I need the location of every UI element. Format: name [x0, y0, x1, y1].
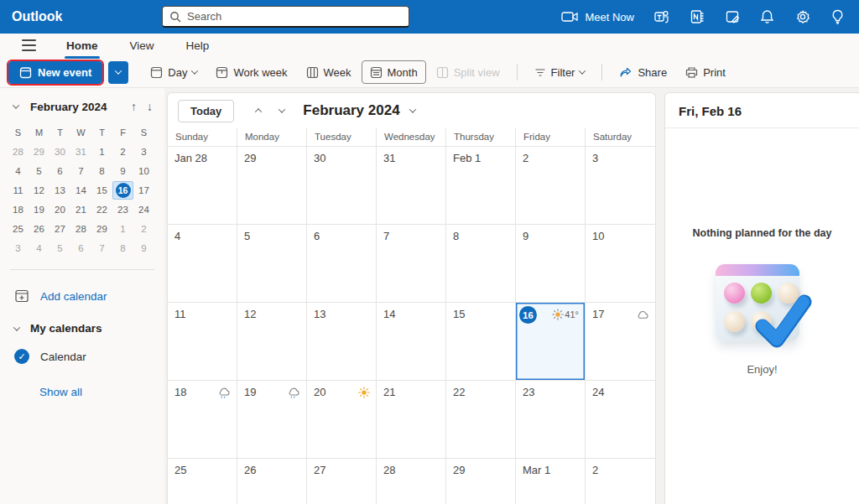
calendar-cell[interactable]: 6 [307, 225, 377, 303]
mini-calendar-day[interactable]: 3 [133, 143, 154, 161]
app-logo[interactable]: Outlook [0, 9, 155, 24]
mini-calendar-day[interactable]: 25 [8, 220, 29, 238]
calendar-cell[interactable]: 20 [307, 381, 377, 459]
calendar-cell[interactable]: 26 [237, 459, 307, 504]
mini-calendar-day[interactable]: 1 [91, 143, 112, 161]
add-calendar-button[interactable]: Add calendar [0, 288, 164, 304]
mini-calendar-day[interactable]: 11 [8, 181, 29, 200]
teams-icon[interactable] [653, 9, 669, 25]
hamburger-menu-icon[interactable] [22, 39, 36, 50]
mini-calendar-day[interactable]: 19 [29, 200, 49, 219]
calendar-cell[interactable]: 2 [516, 147, 586, 225]
next-month-icon[interactable] [279, 106, 285, 112]
mini-calendar-day[interactable]: 6 [49, 162, 70, 180]
mini-calendar-day[interactable]: 6 [70, 239, 91, 257]
mini-calendar-day[interactable]: 7 [91, 239, 112, 257]
calendar-cell[interactable]: 2 [586, 459, 655, 504]
mini-calendar-day[interactable]: 12 [29, 181, 49, 200]
mini-calendar-day[interactable]: 8 [91, 162, 112, 180]
bell-icon[interactable] [759, 9, 775, 25]
mini-calendar-day[interactable]: 8 [112, 239, 133, 257]
my-calendars-group[interactable]: My calendars [0, 322, 164, 335]
mini-calendar-day[interactable]: 2 [133, 220, 154, 238]
today-button[interactable]: Today [178, 100, 234, 122]
mini-calendar-day[interactable]: 24 [133, 200, 154, 219]
mini-calendar-day[interactable]: 9 [112, 162, 133, 180]
mini-calendar-day[interactable]: 2 [112, 143, 133, 161]
mini-calendar-day[interactable]: 22 [91, 200, 112, 219]
calendar-cell[interactable]: 24 [586, 381, 655, 459]
calendar-cell[interactable]: 8 [446, 225, 516, 303]
calendar-cell[interactable]: 9 [516, 225, 586, 303]
mini-calendar-day[interactable]: 28 [70, 220, 91, 238]
meet-now-button[interactable]: Meet Now [561, 11, 634, 23]
calendar-cell[interactable]: 30 [307, 147, 377, 225]
mini-calendar-day[interactable]: 5 [29, 162, 49, 180]
mini-calendar-day[interactable]: 29 [91, 220, 112, 238]
calendar-cell[interactable]: 25 [168, 459, 237, 504]
calendar-cell[interactable]: 10 [586, 225, 655, 303]
tab-view[interactable]: View [128, 38, 156, 54]
mini-calendar-prev-icon[interactable]: ↑ [131, 100, 137, 113]
gear-icon[interactable] [794, 9, 810, 25]
calendar-cell[interactable]: 19 [237, 381, 307, 459]
calendar-cell[interactable]: 4 [168, 225, 237, 303]
mini-calendar-day[interactable]: 29 [29, 143, 49, 161]
new-event-button[interactable]: New event [8, 61, 102, 84]
calendar-cell[interactable]: 17 [586, 303, 655, 381]
calendar-cell[interactable]: 21 [377, 381, 446, 459]
mini-calendar-day[interactable]: 27 [49, 220, 70, 238]
mini-calendar-title[interactable]: February 2024 [30, 101, 131, 113]
mini-calendar-next-icon[interactable]: ↓ [147, 100, 153, 113]
mini-calendar-day[interactable]: 15 [91, 181, 112, 200]
mini-calendar-day[interactable]: 26 [29, 220, 49, 238]
view-work-week-button[interactable]: Work week [207, 60, 295, 84]
share-button[interactable]: Share [611, 60, 675, 84]
onenote-icon[interactable] [689, 9, 705, 25]
mini-calendar-day[interactable]: 23 [112, 200, 133, 219]
calendar-cell[interactable]: 29 [237, 147, 307, 225]
view-week-button[interactable]: Week [298, 60, 360, 84]
mini-calendar-day[interactable]: 21 [70, 200, 91, 219]
calendar-cell[interactable]: 27 [307, 459, 377, 504]
calendar-cell[interactable]: 3 [586, 147, 655, 225]
mini-calendar-day[interactable]: 31 [70, 143, 91, 161]
calendar-cell[interactable]: 15 [446, 303, 516, 381]
mini-calendar-day[interactable]: 9 [133, 239, 154, 257]
mini-calendar-day[interactable]: 28 [8, 143, 29, 161]
mini-calendar-day[interactable]: 3 [8, 239, 29, 257]
calendar-cell[interactable]: 12 [237, 303, 307, 381]
mini-calendar-day[interactable]: 5 [49, 239, 70, 257]
calendar-cell[interactable]: 13 [307, 303, 377, 381]
calendar-cell-selected[interactable]: 1641° [516, 303, 586, 381]
calendar-cell[interactable]: Mar 1 [516, 459, 586, 504]
mini-calendar-day[interactable]: 4 [8, 162, 29, 180]
month-title[interactable]: February 2024 [303, 102, 414, 119]
mini-calendar-day[interactable]: 20 [49, 200, 70, 219]
calendar-cell[interactable]: 22 [446, 381, 516, 459]
calendar-cell[interactable]: 11 [168, 303, 237, 381]
calendar-cell[interactable]: 18 [168, 381, 237, 459]
lightbulb-icon[interactable] [830, 9, 846, 25]
calendar-cell[interactable]: 14 [377, 303, 446, 381]
prev-month-icon[interactable] [255, 108, 262, 115]
filter-button[interactable]: Filter [526, 60, 594, 84]
mini-calendar-day[interactable]: 30 [49, 143, 70, 161]
mini-calendar-day[interactable]: 14 [70, 181, 91, 200]
mini-calendar-day[interactable]: 17 [133, 181, 154, 200]
mini-calendar-collapse-icon[interactable] [13, 101, 19, 108]
mini-calendar-day[interactable]: 10 [133, 162, 154, 180]
calendar-cell[interactable]: 29 [446, 459, 516, 504]
calendar-cell[interactable]: 28 [377, 459, 446, 504]
tab-home[interactable]: Home [65, 38, 100, 54]
tab-help[interactable]: Help [185, 38, 211, 54]
calendar-cell[interactable]: Feb 1 [446, 147, 516, 225]
search-input[interactable] [187, 10, 409, 23]
mini-calendar-day[interactable]: 4 [29, 239, 49, 257]
calendar-cell[interactable]: 23 [516, 381, 586, 459]
calendar-cell[interactable]: 7 [377, 225, 446, 303]
mini-calendar-day[interactable]: 13 [49, 181, 70, 200]
new-event-dropdown-button[interactable] [108, 61, 128, 84]
calendar-cell[interactable]: 5 [237, 225, 307, 303]
print-button[interactable]: Print [677, 60, 734, 84]
